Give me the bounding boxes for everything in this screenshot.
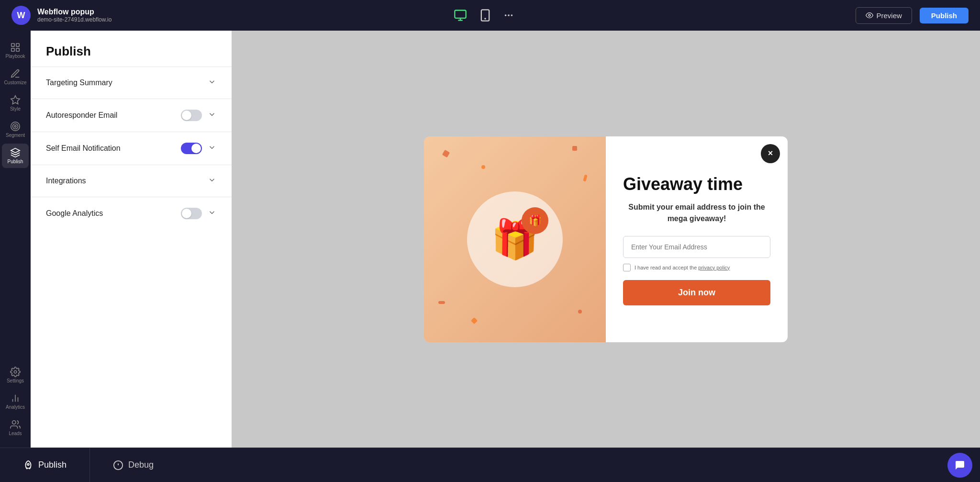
bottom-publish-button[interactable]: Publish <box>0 448 89 482</box>
topbar-right: Preview Publish <box>856 7 969 24</box>
topbar-site-info: Webflow popup demo-site-27491d.webflow.i… <box>37 8 111 23</box>
bottom-debug-label: Debug <box>128 460 154 470</box>
svg-point-21 <box>27 463 29 465</box>
targeting-right <box>208 78 216 88</box>
integrations-label: Integrations <box>46 177 86 185</box>
accordion-targeting-header[interactable]: Targeting Summary <box>46 67 216 99</box>
google-chevron <box>208 208 216 219</box>
topbar-center <box>451 6 517 25</box>
sidebar-label-playbook: Playbook <box>5 54 25 59</box>
autoresponder-toggle[interactable] <box>181 110 202 121</box>
preview-button[interactable]: Preview <box>856 7 912 24</box>
publish-panel: Publish Targeting Summary Autoresponder … <box>31 31 232 448</box>
accordion-google-analytics: Google Analytics <box>31 197 232 230</box>
confetti-7 <box>578 310 582 314</box>
self-email-toggle[interactable] <box>181 143 202 154</box>
svg-rect-10 <box>16 44 19 46</box>
self-email-chevron <box>208 143 216 154</box>
popup-join-button[interactable]: Join now <box>623 280 770 305</box>
preview-label: Preview <box>876 11 902 20</box>
sidebar-item-playbook[interactable]: Playbook <box>2 38 29 63</box>
icon-bar: Playbook Customize Style Segment <box>0 31 31 448</box>
popup-checkbox-text: I have read and accept the privacy polic… <box>635 265 730 270</box>
svg-point-15 <box>14 125 16 127</box>
chat-button[interactable] <box>947 453 972 478</box>
popup-left-panel: 🎁 🎁 <box>424 136 606 342</box>
targeting-label: Targeting Summary <box>46 78 112 87</box>
popup-email-input[interactable] <box>623 236 770 258</box>
svg-point-20 <box>12 421 16 424</box>
sidebar-item-segment[interactable]: Segment <box>2 117 29 142</box>
publish-panel-title: Publish <box>31 31 232 67</box>
popup-close-button[interactable]: × <box>761 144 780 163</box>
sidebar-label-customize: Customize <box>4 80 26 85</box>
desktop-view-button[interactable] <box>451 6 470 25</box>
google-right <box>181 208 216 219</box>
topbar-left: W Webflow popup demo-site-27491d.webflow… <box>11 6 111 25</box>
integrations-chevron <box>208 176 216 186</box>
self-email-right <box>181 143 216 154</box>
sidebar-label-analytics: Analytics <box>6 404 25 410</box>
gift-icon-container: 🎁 🎁 <box>491 217 539 262</box>
sidebar-label-publish: Publish <box>8 159 23 164</box>
popup-right-panel: × Giveaway time Submit your email addres… <box>606 136 788 342</box>
popup-checkbox-row: I have read and accept the privacy polic… <box>623 264 770 271</box>
sidebar-item-leads[interactable]: Leads <box>2 415 29 440</box>
site-url: demo-site-27491d.webflow.io <box>37 16 111 23</box>
confetti-1 <box>442 149 450 157</box>
svg-point-13 <box>11 122 20 131</box>
svg-point-6 <box>508 14 510 16</box>
autoresponder-label: Autoresponder Email <box>46 111 117 120</box>
svg-point-16 <box>14 370 17 373</box>
accordion-self-email: Self Email Notification <box>31 132 232 165</box>
debug-icon <box>113 460 123 471</box>
targeting-chevron <box>208 78 216 88</box>
self-email-label: Self Email Notification <box>46 144 121 153</box>
sidebar-label-settings: Settings <box>7 378 24 383</box>
accordion-targeting: Targeting Summary <box>31 67 232 99</box>
topbar-logo: W <box>11 6 31 25</box>
gift-circle: 🎁 🎁 <box>467 191 563 287</box>
accordion-autoresponder: Autoresponder Email <box>31 99 232 132</box>
autoresponder-chevron <box>208 110 216 121</box>
sidebar-label-style: Style <box>10 106 21 112</box>
topbar-publish-button[interactable]: Publish <box>920 8 969 23</box>
svg-point-7 <box>511 14 513 16</box>
sidebar-label-leads: Leads <box>9 431 22 436</box>
bottom-bar: Publish Debug <box>0 448 980 482</box>
svg-point-8 <box>869 14 870 16</box>
sidebar-item-customize[interactable]: Customize <box>2 65 29 89</box>
topbar: W Webflow popup demo-site-27491d.webflow… <box>0 0 980 31</box>
sidebar-item-analytics[interactable]: Analytics <box>2 389 29 414</box>
svg-rect-11 <box>11 48 14 51</box>
autoresponder-right <box>181 110 216 121</box>
sidebar-item-settings[interactable]: Settings <box>2 363 29 387</box>
confetti-2 <box>481 165 485 169</box>
main-layout: Playbook Customize Style Segment <box>0 31 980 448</box>
sidebar-label-segment: Segment <box>6 133 25 138</box>
rocket-icon <box>23 460 33 471</box>
confetti-5 <box>438 301 445 304</box>
accordion-integrations-header[interactable]: Integrations <box>46 165 216 197</box>
accordion-google-header[interactable]: Google Analytics <box>46 197 216 230</box>
confetti-3 <box>572 146 577 151</box>
bottom-publish-label: Publish <box>38 460 67 470</box>
google-toggle[interactable] <box>181 208 202 219</box>
google-label: Google Analytics <box>46 209 103 218</box>
mobile-view-button[interactable] <box>476 6 495 25</box>
accordion-integrations: Integrations <box>31 165 232 197</box>
sidebar-item-style[interactable]: Style <box>2 91 29 115</box>
svg-rect-9 <box>11 44 14 46</box>
gift-badge: 🎁 <box>522 207 548 234</box>
more-options-button[interactable] <box>501 7 517 23</box>
popup-checkbox[interactable] <box>623 264 631 271</box>
popup-title: Giveaway time <box>623 175 770 194</box>
accordion-self-email-header[interactable]: Self Email Notification <box>46 132 216 165</box>
accordion-autoresponder-header[interactable]: Autoresponder Email <box>46 99 216 132</box>
privacy-policy-link[interactable]: privacy policy <box>698 265 730 270</box>
svg-point-14 <box>13 124 18 129</box>
svg-rect-12 <box>16 48 19 51</box>
sidebar-item-publish[interactable]: Publish <box>2 144 29 168</box>
bottom-debug-button[interactable]: Debug <box>89 448 177 482</box>
integrations-right <box>208 176 216 186</box>
